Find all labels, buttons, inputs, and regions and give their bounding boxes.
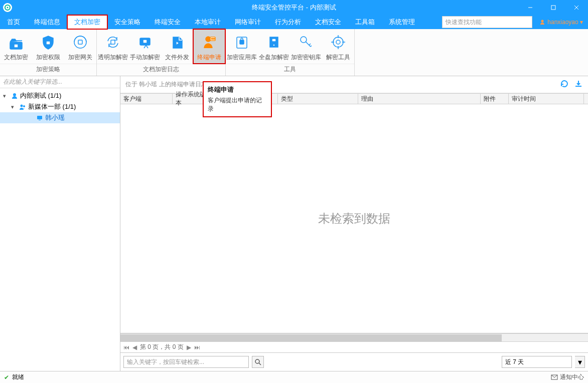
svg-point-26: [336, 40, 340, 44]
pager-last-button[interactable]: ⏭: [194, 344, 200, 351]
close-button[interactable]: [565, 0, 588, 15]
ribbon-key[interactable]: 加密密钥库: [290, 29, 322, 64]
pager-next-button[interactable]: ▶: [187, 344, 191, 351]
date-range-select[interactable]: 近 7 天: [502, 356, 572, 368]
left-panel: 在此输入关键字筛选... ▾内部测试 (1/1)▾新媒体一部 (1/1)韩小瑶: [0, 76, 120, 371]
right-panel: 位于 韩小瑶 上的终端申请日志 客户端操作系统版本所属部门类型理由附件审计时间 …: [120, 76, 588, 371]
ribbon-hand-lock[interactable]: 手动加解密: [129, 29, 161, 64]
svg-point-32: [255, 359, 259, 363]
svg-rect-14: [143, 40, 147, 43]
org-tree: ▾内部测试 (1/1)▾新媒体一部 (1/1)韩小瑶: [0, 88, 120, 123]
file-send-icon: [169, 32, 185, 52]
column-header-0[interactable]: 客户端: [120, 94, 173, 104]
date-range-dropdown-button[interactable]: ▾: [575, 356, 585, 368]
chevron-down-icon[interactable]: ▾: [3, 93, 9, 99]
tree-node-1[interactable]: ▾新媒体一部 (1/1): [0, 101, 120, 112]
download-icon[interactable]: [574, 79, 583, 90]
title-bar: 终端安全管控平台 - 内部测试: [0, 0, 588, 15]
svg-rect-12: [111, 40, 115, 44]
user-menu[interactable]: hanxiaoyao ▾: [534, 15, 588, 29]
menu-item-0[interactable]: 首页: [0, 15, 27, 29]
maximize-button[interactable]: [542, 0, 565, 15]
column-header-4[interactable]: 理由: [358, 94, 481, 104]
svg-point-18: [213, 39, 214, 40]
tree-node-2[interactable]: 韩小瑶: [0, 112, 120, 123]
ribbon-user-request[interactable]: 终端申请: [193, 29, 225, 64]
svg-point-1: [7, 7, 9, 9]
breadcrumb-text: 位于 韩小瑶 上的终端申请日志: [125, 80, 207, 89]
menu-item-2[interactable]: 文档加密: [67, 15, 107, 29]
svg-rect-8: [14, 44, 18, 48]
menu-item-4[interactable]: 终端安全: [148, 15, 188, 29]
empty-message: 未检索到数据: [318, 211, 390, 227]
pager-text: 第 0 页，共 0 页: [140, 343, 184, 351]
chevron-down-icon[interactable]: ▾: [11, 104, 17, 110]
tree-node-0[interactable]: ▾内部测试 (1/1): [0, 90, 120, 101]
breadcrumb-bar: 位于 韩小瑶 上的终端申请日志: [120, 76, 588, 93]
menu-bar: 首页终端信息文档加密安全策略终端安全本地审计网络审计行为分析文档安全工具箱系统管…: [0, 15, 588, 29]
tree-filter-input[interactable]: 在此输入关键字筛选...: [0, 76, 120, 88]
status-bar: ✔ 就绪 通知中心: [0, 371, 588, 383]
refresh-icon[interactable]: [560, 79, 569, 90]
svg-point-25: [333, 37, 343, 47]
svg-rect-11: [78, 40, 82, 44]
minimize-button[interactable]: [519, 0, 542, 15]
ribbon-group-label: 加密策略: [0, 64, 96, 76]
check-icon: ✔: [4, 374, 9, 381]
disk-lock-icon: [266, 32, 282, 52]
notification-center[interactable]: 通知中心: [551, 373, 584, 381]
ribbon-app-lock[interactable]: 加密应用库: [226, 29, 258, 64]
user-request-icon: [201, 32, 217, 52]
column-header-5[interactable]: 附件: [481, 94, 509, 104]
tooltip-title: 终端申请: [208, 85, 267, 94]
folder-lock-icon: [8, 32, 24, 52]
window-title: 终端安全管控平台 - 内部测试: [252, 3, 336, 12]
pc-icon: [36, 114, 43, 121]
svg-point-19: [214, 39, 215, 40]
horizontal-scrollbar[interactable]: [120, 333, 588, 342]
svg-rect-31: [39, 120, 41, 120]
ribbon-refresh-lock[interactable]: 透明加解密: [97, 29, 129, 64]
ribbon-folder-lock[interactable]: 文档加密: [0, 29, 32, 64]
ribbon: 文档加密加密权限加密网关加密策略透明加解密手动加解密文件外发终端申请文档加密日志…: [0, 29, 588, 76]
svg-rect-21: [240, 40, 244, 44]
status-text: 就绪: [12, 373, 24, 381]
column-header-6[interactable]: 审计时间: [509, 94, 584, 104]
global-search-input[interactable]: 快速查找功能: [442, 16, 532, 28]
ribbon-file-send[interactable]: 文件外发: [161, 29, 193, 64]
table-body: 未检索到数据: [120, 104, 588, 333]
column-header-3[interactable]: 类型: [278, 94, 358, 104]
shield-lock-icon: [40, 32, 56, 52]
svg-line-33: [259, 363, 261, 365]
menu-item-10[interactable]: 系统管理: [382, 15, 422, 29]
svg-rect-30: [37, 116, 42, 119]
group-icon: [19, 103, 26, 110]
hand-lock-icon: [137, 32, 153, 52]
menu-item-3[interactable]: 安全策略: [107, 15, 148, 29]
ribbon-group-label: 工具: [226, 64, 354, 76]
menu-item-9[interactable]: 工具箱: [348, 15, 382, 29]
pager: ⏮ ◀ 第 0 页，共 0 页 ▶ ⏭: [120, 342, 588, 353]
menu-item-1[interactable]: 终端信息: [27, 15, 67, 29]
menu-item-8[interactable]: 文档安全: [308, 15, 348, 29]
menu-item-7[interactable]: 行为分析: [268, 15, 308, 29]
svg-point-22: [273, 44, 275, 46]
app-lock-icon: [234, 32, 250, 52]
pager-first-button[interactable]: ⏮: [123, 344, 129, 351]
svg-rect-9: [46, 41, 50, 45]
tooltip-body: 客户端提出申请的记录: [208, 96, 267, 113]
menu-item-5[interactable]: 本地审计: [188, 15, 228, 29]
keyword-search-button[interactable]: [252, 356, 264, 368]
svg-point-17: [211, 39, 212, 40]
keyword-search-input[interactable]: 输入关键字，按回车键检索...: [123, 356, 249, 368]
app-logo: [3, 3, 12, 12]
pager-prev-button[interactable]: ◀: [132, 344, 137, 351]
ribbon-gateway[interactable]: 加密网关: [64, 29, 96, 64]
key-icon: [298, 32, 314, 52]
ribbon-target[interactable]: 解密工具: [322, 29, 354, 64]
ribbon-disk-lock[interactable]: 全盘加解密: [258, 29, 290, 64]
target-icon: [330, 32, 346, 52]
ribbon-group-label: 文档加密日志: [97, 64, 225, 76]
ribbon-shield-lock[interactable]: 加密权限: [32, 29, 64, 64]
menu-item-6[interactable]: 网络审计: [228, 15, 268, 29]
